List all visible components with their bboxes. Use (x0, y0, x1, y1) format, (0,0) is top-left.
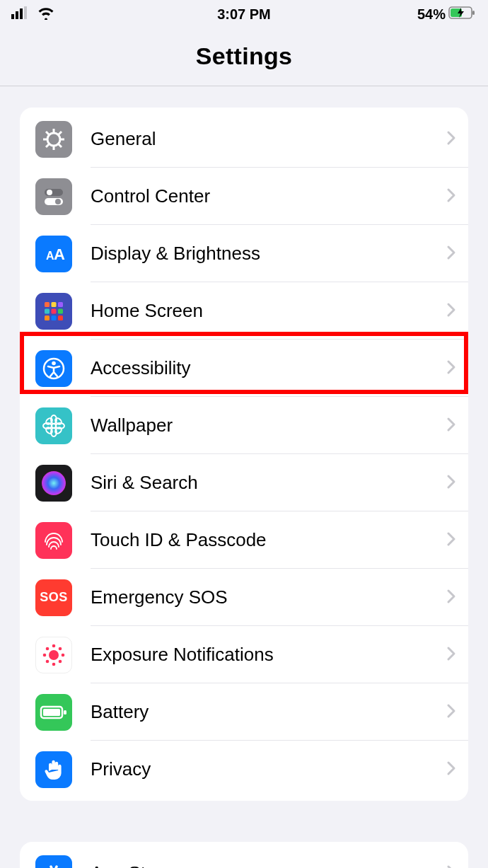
battery-full-icon (35, 694, 72, 731)
svg-point-45 (52, 662, 56, 666)
svg-text:A: A (54, 245, 65, 263)
chevron-right-icon (446, 702, 457, 722)
siri-icon (35, 465, 72, 502)
chevron-right-icon (446, 301, 457, 321)
settings-row-exposure-notifications[interactable]: Exposure Notifications (20, 626, 468, 683)
svg-rect-27 (58, 308, 63, 313)
exposure-icon (35, 637, 72, 673)
svg-rect-6 (472, 11, 475, 15)
svg-point-43 (49, 650, 59, 660)
svg-rect-23 (52, 302, 57, 307)
chevron-right-icon (446, 187, 457, 207)
wifi-icon (37, 6, 55, 23)
hand-privacy-icon (35, 751, 72, 788)
row-label: Emergency SOS (91, 586, 446, 608)
svg-point-51 (46, 659, 50, 663)
svg-rect-29 (52, 316, 57, 320)
chevron-right-icon (446, 864, 457, 869)
sos-icon: SOS (35, 579, 72, 616)
svg-point-49 (59, 659, 62, 663)
chevron-right-icon (446, 760, 457, 780)
settings-row-siri-search[interactable]: Siri & Search (20, 454, 468, 511)
chevron-right-icon (446, 359, 457, 378)
svg-rect-54 (64, 710, 66, 714)
svg-point-17 (47, 190, 52, 195)
settings-row-emergency-sos[interactable]: SOS Emergency SOS (20, 569, 468, 626)
accessibility-icon (35, 350, 72, 387)
status-bar: 3:07 PM 54% (0, 0, 488, 28)
row-label: Touch ID & Passcode (91, 529, 446, 551)
cellular-signal-icon (11, 6, 30, 23)
chevron-right-icon (446, 588, 457, 608)
svg-rect-3 (24, 6, 27, 19)
row-label: Privacy (91, 758, 446, 780)
svg-rect-25 (45, 308, 50, 313)
row-label: Display & Brightness (91, 243, 446, 265)
flower-icon (35, 407, 72, 444)
svg-point-46 (43, 653, 47, 656)
app-grid-icon (35, 293, 72, 330)
row-label: Battery (91, 701, 446, 723)
row-label: General (91, 128, 446, 150)
status-time: 3:07 PM (166, 6, 321, 23)
settings-row-accessibility[interactable]: Accessibility (20, 340, 468, 397)
svg-line-15 (46, 144, 49, 147)
settings-row-touch-id-passcode[interactable]: Touch ID & Passcode (20, 511, 468, 569)
row-label: Wallpaper (91, 415, 446, 436)
svg-point-32 (52, 361, 56, 365)
svg-point-42 (42, 471, 66, 495)
svg-rect-1 (16, 11, 18, 19)
svg-rect-28 (45, 316, 50, 320)
row-label: Home Screen (91, 300, 446, 322)
fingerprint-icon (35, 522, 72, 559)
chevron-right-icon (446, 129, 457, 149)
app-store-icon (35, 855, 72, 869)
row-label: App Store (91, 862, 446, 868)
svg-rect-22 (45, 302, 50, 307)
battery-percent: 54% (417, 6, 446, 23)
settings-row-display-brightness[interactable]: AA Display & Brightness (20, 225, 468, 282)
chevron-right-icon (446, 473, 457, 493)
svg-rect-24 (58, 302, 63, 307)
svg-rect-0 (11, 14, 14, 19)
svg-point-48 (46, 647, 50, 650)
battery-icon (448, 6, 477, 23)
svg-rect-2 (20, 8, 23, 19)
svg-point-47 (62, 653, 65, 656)
page-header: Settings (0, 28, 488, 86)
svg-point-7 (47, 133, 60, 146)
svg-line-12 (46, 132, 49, 134)
settings-row-control-center[interactable]: Control Center (20, 168, 468, 225)
settings-group-main: General Control Center AA Display & Brig… (20, 108, 468, 801)
svg-point-50 (59, 647, 62, 650)
svg-rect-53 (43, 709, 60, 716)
toggles-icon (35, 178, 72, 215)
row-label: Accessibility (91, 357, 446, 379)
svg-line-13 (59, 144, 62, 147)
settings-row-home-screen[interactable]: Home Screen (20, 282, 468, 340)
settings-row-privacy[interactable]: Privacy (20, 741, 468, 798)
svg-line-14 (59, 132, 62, 134)
chevron-right-icon (446, 645, 457, 665)
settings-row-wallpaper[interactable]: Wallpaper (20, 397, 468, 454)
gear-icon (35, 121, 72, 158)
settings-group-secondary: App Store (20, 842, 468, 868)
svg-point-44 (52, 644, 56, 647)
svg-point-19 (55, 199, 61, 204)
svg-rect-26 (52, 308, 57, 313)
text-size-icon: AA (35, 236, 72, 272)
page-title: Settings (0, 42, 488, 70)
row-label: Exposure Notifications (91, 644, 446, 666)
settings-row-general[interactable]: General (20, 110, 468, 168)
row-label: Control Center (91, 185, 446, 207)
settings-row-battery[interactable]: Battery (20, 683, 468, 741)
chevron-right-icon (446, 416, 457, 436)
chevron-right-icon (446, 244, 457, 264)
svg-rect-30 (58, 316, 63, 320)
chevron-right-icon (446, 531, 457, 550)
row-label: Siri & Search (91, 472, 446, 494)
settings-row-app-store[interactable]: App Store (20, 845, 468, 868)
